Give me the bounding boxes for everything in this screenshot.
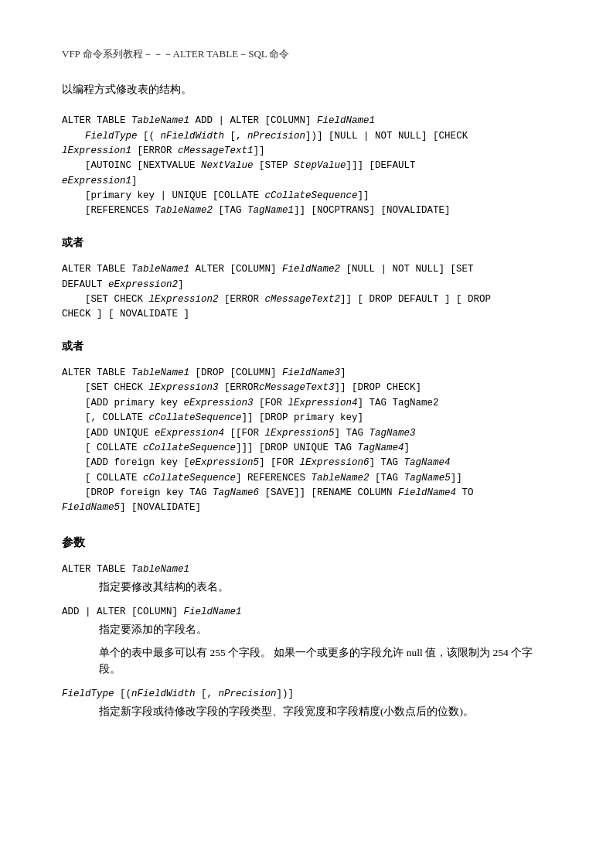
param-2-code: ADD | ALTER [COLUMN] FieldName1 xyxy=(62,605,551,620)
or-header-2: 或者 xyxy=(62,338,551,355)
param-2-desc: 指定要添加的字段名。 xyxy=(99,621,551,638)
param-2: ADD | ALTER [COLUMN] FieldName1 指定要添加的字段… xyxy=(62,605,551,678)
params-header: 参数 xyxy=(62,533,551,552)
code-block-3: ALTER TABLE TableName1 [DROP [COLUMN] Fi… xyxy=(62,366,551,516)
intro-text: 以编程方式修改表的结构。 xyxy=(62,81,551,98)
param-3-desc: 指定新字段或待修改字段的字段类型、字段宽度和字段精度(小数点后的位数)。 xyxy=(99,703,551,720)
param-3-code: FieldType [(nFieldWidth [, nPrecision])] xyxy=(62,687,551,702)
param-1-desc: 指定要修改其结构的表名。 xyxy=(99,579,551,596)
code-block-2: ALTER TABLE TableName1 ALTER [COLUMN] Fi… xyxy=(62,262,551,323)
param-3: FieldType [(nFieldWidth [, nPrecision])]… xyxy=(62,687,551,720)
param-1: ALTER TABLE TableName1 指定要修改其结构的表名。 xyxy=(62,562,551,596)
page-title: VFP 命令系列教程－－－ALTER TABLE－SQL 命令 xyxy=(62,46,551,63)
param-2-desc-extra: 单个的表中最多可以有 255 个字段。 如果一个或更多的字段允许 null 值，… xyxy=(99,644,551,678)
page-container: VFP 命令系列教程－－－ALTER TABLE－SQL 命令 以编程方式修改表… xyxy=(62,46,551,720)
param-1-code: ALTER TABLE TableName1 xyxy=(62,562,551,577)
or-header-1: 或者 xyxy=(62,234,551,251)
code-block-1: ALTER TABLE TableName1 ADD | ALTER [COLU… xyxy=(62,114,551,219)
